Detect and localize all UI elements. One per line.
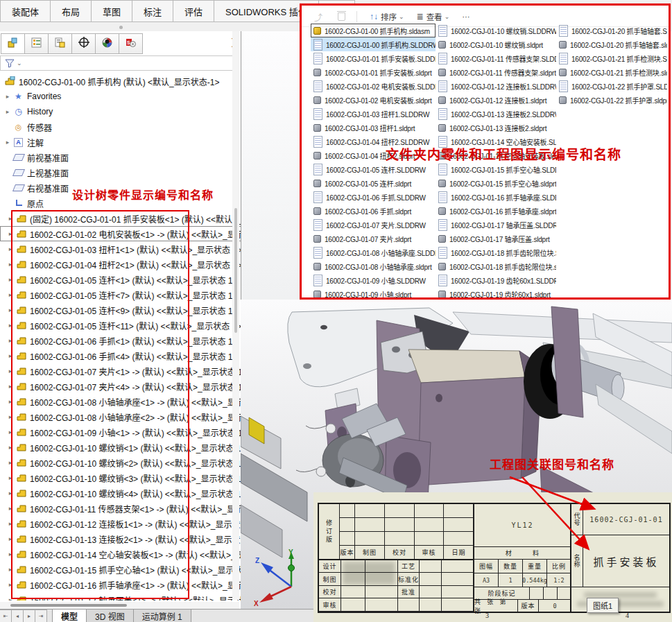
file-item[interactable]: 16002-CGJ-01-09 小轴.SLDDRW xyxy=(311,273,436,287)
featuremanager-tab[interactable] xyxy=(1,33,25,54)
expand-arrow-icon[interactable]: ▸ xyxy=(6,291,15,298)
more-button[interactable]: ··· xyxy=(462,12,470,21)
dimxpertmanager-tab[interactable] xyxy=(71,33,96,54)
file-item[interactable]: 16002-CGJ-01-20 抓手轴轴套.sldprt xyxy=(556,37,667,51)
file-item[interactable]: 16002-CGJ-01-17 轴承压盖.SLDDRW xyxy=(436,218,556,232)
tree-folder-1[interactable]: ▸◷History xyxy=(0,104,241,119)
tree-folder-0[interactable]: ▸★Favorites xyxy=(0,89,241,104)
file-item[interactable]: 16002-CGJ-01-13 连接板2.SLDDRW xyxy=(436,107,556,121)
file-item[interactable]: 16002-CGJ-01-02 电机安装板.SLDDRW xyxy=(311,79,436,93)
tree-part-2[interactable]: ▸16002-CGJ-01-03 扭杆1<1> (默认) <<默认>_显示状态 … xyxy=(0,241,241,257)
propertymanager-tab[interactable] xyxy=(24,33,49,54)
menu-tab-3[interactable]: 标注 xyxy=(132,0,173,22)
file-item[interactable]: 16002-CGJ-01-17 轴承压盖.sldprt xyxy=(436,232,556,245)
file-item[interactable]: 16002-CGJ-01-06 手抓.SLDDRW xyxy=(311,190,436,204)
expand-arrow-icon[interactable]: ▸ xyxy=(6,581,15,588)
expand-arrow-icon[interactable]: ▸ xyxy=(6,322,15,329)
tree-part-22[interactable]: ▸16002-CGJ-01-14 空心轴安装板<1> -> (默认) <<默认>… xyxy=(0,546,241,562)
expand-arrow-icon[interactable]: ▸ xyxy=(6,596,15,601)
expand-arrow-icon[interactable]: ▸ xyxy=(6,413,15,420)
tree-part-20[interactable]: ▸16002-CGJ-01-12 连接板1<1> -> (默认) <<默认>_显… xyxy=(0,516,241,531)
file-item[interactable]: 16002-CGJ-01-21 抓手检测块.SLDDRW xyxy=(556,51,667,65)
tree-part-15[interactable]: ▸16002-CGJ-01-10 螺纹销<1> (默认) <<默认>_显示状态 … xyxy=(0,440,241,455)
expand-arrow-icon[interactable]: ▸ xyxy=(6,474,15,481)
expand-arrow-icon[interactable]: ▸ xyxy=(6,398,15,405)
file-item[interactable]: 16002-CGJ-01-08 小轴轴承座.sldprt xyxy=(311,259,436,273)
expand-arrow-icon[interactable]: ▸ xyxy=(6,230,15,237)
tree-part-16[interactable]: ▸16002-CGJ-01-10 螺纹销<2> (默认) <<默认>_显示状态 … xyxy=(0,455,241,470)
file-item[interactable]: 16002-CGJ-01-01 抓手安装板.sldprt xyxy=(311,65,436,79)
configurationmanager-tab[interactable] xyxy=(48,33,72,54)
file-item[interactable]: 16002-CGJ-01-22 抓手护罩.SLDDRW xyxy=(556,79,667,93)
menu-tab-0[interactable]: 装配体 xyxy=(0,0,51,22)
expand-arrow-icon[interactable]: ▸ xyxy=(6,215,15,222)
file-item[interactable]: 16002-CGJ-01-18 抓手齿轮限位块.sldprt xyxy=(436,259,556,273)
tree-folder-4[interactable]: 前视基准面 xyxy=(0,150,241,165)
tree-part-3[interactable]: ▸16002-CGJ-01-04 扭杆2<1> (默认) <<默认>_显示状态 … xyxy=(0,257,241,272)
expand-arrow-icon[interactable]: ▸ xyxy=(6,566,15,573)
file-item[interactable]: 16002-CGJ-01-10 螺纹销.SLDDRW xyxy=(436,24,556,37)
bottom-tab-2[interactable]: 运动算例 1 xyxy=(133,610,191,622)
tree-part-9[interactable]: ▸16002-CGJ-01-06 手抓<4> (默认) <<默认>_显示状态 1… xyxy=(0,348,241,363)
expand-arrow-icon[interactable]: ▸ xyxy=(6,444,15,451)
file-item[interactable]: 16002-CGJ-01-07 夹片.sldprt xyxy=(311,232,436,245)
tree-part-12[interactable]: ▸16002-CGJ-01-08 小轴轴承座<1> -> (默认) <<默认>_… xyxy=(0,394,241,409)
expand-arrow-icon[interactable]: ▸ xyxy=(3,93,12,100)
tree-part-10[interactable]: ▸16002-CGJ-01-07 夹片<1> -> (默认) <<默认>_显示状… xyxy=(0,363,241,379)
menu-tab-2[interactable]: 草图 xyxy=(92,0,132,22)
tree-part-24[interactable]: ▸16002-CGJ-01-16 抓手轴承座<1> -> (默认) <<默认>_… xyxy=(0,577,241,592)
tree-part-25[interactable]: ▸16002-CGJ-01-17 轴承压盖<1> -> (默认) <<默认>_显… xyxy=(0,592,241,601)
expand-arrow-icon[interactable]: ▸ xyxy=(3,108,12,115)
expand-arrow-icon[interactable]: ▸ xyxy=(3,139,12,146)
tree-part-21[interactable]: ▸16002-CGJ-01-13 连接板2<1> -> (默认) <<默认>_显… xyxy=(0,531,241,546)
file-item[interactable]: 16002-CGJ-01-11 传感器支架.sldprt xyxy=(436,65,556,79)
tree-vertical-scrollbar[interactable] xyxy=(232,31,239,600)
expand-arrow-icon[interactable]: ▸ xyxy=(6,459,15,466)
expand-arrow-icon[interactable]: ▸ xyxy=(6,383,15,390)
tree-part-19[interactable]: ▸16002-CGJ-01-11 传感器支架<1> -> (默认) <<默认>_… xyxy=(0,501,241,516)
tab-nav-button-3[interactable]: ⇥ xyxy=(35,610,47,622)
file-item[interactable]: 16002-CGJ-01-06 手抓.sldprt xyxy=(311,204,436,218)
file-item[interactable]: 16002-CGJ-01-10 螺纹销.sldprt xyxy=(436,37,556,51)
tree-folder-5[interactable]: 上视基准面 xyxy=(0,165,241,180)
expand-arrow-icon[interactable]: ▸ xyxy=(6,505,15,512)
expand-arrow-icon[interactable]: ▸ xyxy=(6,261,15,268)
expand-arrow-icon[interactable]: ▸ xyxy=(6,306,15,313)
file-item[interactable]: 16002-CGJ-01-00 抓手机构.SLDDRW xyxy=(311,37,436,51)
file-item[interactable]: 16002-CGJ-01-05 连杆.sldprt xyxy=(311,176,436,190)
expand-arrow-icon[interactable]: ▸ xyxy=(6,490,15,496)
menu-tab-1[interactable]: 布局 xyxy=(51,0,92,22)
tree-folder-2[interactable]: ◎传感器 xyxy=(0,119,241,135)
cam-tab[interactable]: S xyxy=(119,33,143,54)
file-item[interactable]: 16002-CGJ-01-22 抓手护罩.sldprt xyxy=(556,93,667,107)
file-item[interactable]: 16002-CGJ-01-00 抓手机构.sldasm xyxy=(311,24,436,37)
expand-arrow-icon[interactable]: ▸ xyxy=(6,520,15,527)
file-item[interactable]: 16002-CGJ-01-20 抓手轴轴套.SLDDRW xyxy=(556,24,667,37)
tree-part-0[interactable]: ▸(固定) 16002-CGJ-01-01 抓手安装板<1> (默认) <<默认… xyxy=(0,211,241,226)
sort-button[interactable]: ↑↓ 排序 ⌄ xyxy=(370,11,404,22)
delete-button[interactable] xyxy=(338,12,345,21)
file-item[interactable]: 16002-CGJ-01-09 小轴.sldprt xyxy=(311,287,436,301)
expand-arrow-icon[interactable]: ▸ xyxy=(6,352,15,359)
file-item[interactable]: 16002-CGJ-01-19 齿轮60x1.SLDDRW xyxy=(436,273,556,287)
expand-arrow-icon[interactable]: ▸ xyxy=(6,368,15,374)
tree-part-8[interactable]: ▸16002-CGJ-01-06 手抓<1> (默认) <<默认>_显示状态 1… xyxy=(0,333,241,348)
tree-part-17[interactable]: ▸16002-CGJ-01-10 螺纹销<3> (默认) <<默认>_显示状态 … xyxy=(0,470,241,485)
tree-part-4[interactable]: ▸16002-CGJ-01-05 连杆<1> (默认) <<默认>_显示状态 1… xyxy=(0,272,241,287)
file-item[interactable]: 16002-CGJ-01-12 连接板1.SLDDRW xyxy=(436,79,556,93)
filter-caret-icon[interactable]: ⌄ xyxy=(17,60,22,67)
share-button[interactable]: ⤴ xyxy=(314,11,325,23)
file-item[interactable]: 16002-CGJ-01-03 扭杆1.SLDDRW xyxy=(311,107,436,121)
tab-nav-button-1[interactable]: ◂ xyxy=(11,610,24,622)
file-item[interactable]: 16002-CGJ-01-11 传感器支架.SLDDRW xyxy=(436,51,556,65)
file-item[interactable]: 16002-CGJ-01-15 抓手空心轴.sldprt xyxy=(436,176,556,190)
file-item[interactable]: 16002-CGJ-01-02 电机安装板.sldprt xyxy=(311,93,436,107)
file-item[interactable]: 16002-CGJ-01-18 抓手齿轮限位块.SLDDRW xyxy=(436,245,556,259)
file-item[interactable]: 16002-CGJ-01-12 连接板1.sldprt xyxy=(436,93,556,107)
expand-arrow-icon[interactable]: ▸ xyxy=(6,245,15,252)
tree-part-18[interactable]: ▸16002-CGJ-01-10 螺纹销<4> (默认) <<默认>_显示状态 … xyxy=(0,485,241,501)
expand-arrow-icon[interactable]: ▸ xyxy=(6,535,15,542)
tree-folder-3[interactable]: ▸A注解 xyxy=(0,135,241,150)
expand-arrow-icon[interactable]: ▸ xyxy=(6,429,15,435)
tree-part-11[interactable]: ▸16002-CGJ-01-07 夹片<4> -> (默认) <<默认>_显示状… xyxy=(0,379,241,394)
